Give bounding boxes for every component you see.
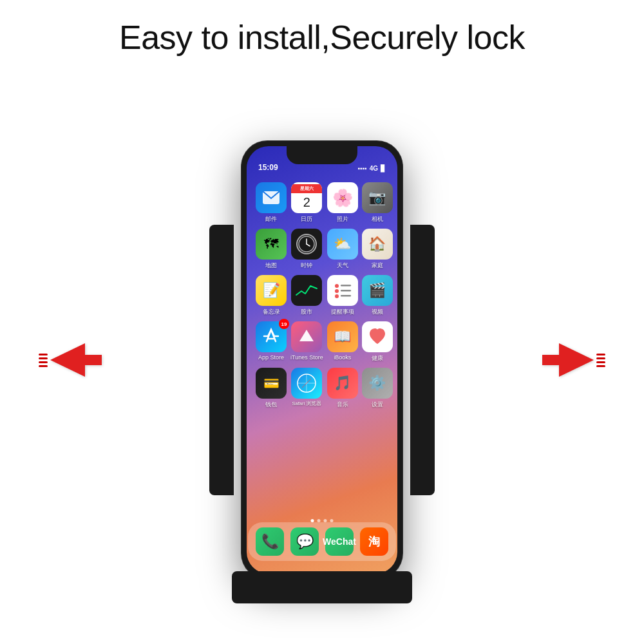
status-icons: ▪▪▪▪ 4G ▊ <box>357 165 386 172</box>
app-calendar[interactable]: 星期六 2 日历 <box>290 182 323 223</box>
app-weather-label: 天气 <box>337 261 348 270</box>
app-mail[interactable]: 邮件 <box>256 182 287 223</box>
arrow-left-icon <box>50 343 102 377</box>
app-safari[interactable]: Safari 浏览器 <box>290 368 323 409</box>
notch <box>287 146 357 164</box>
app-videos-label: 视频 <box>372 308 383 316</box>
grip-lines-left <box>39 354 48 367</box>
app-ibooks[interactable]: 📖 iBooks <box>327 321 358 363</box>
app-camera-label: 相机 <box>372 215 383 223</box>
app-appstore[interactable]: 19 App Store <box>256 321 287 363</box>
svg-marker-0 <box>50 343 102 377</box>
dock-messages[interactable]: 💬 <box>290 527 319 556</box>
app-mail-label: 邮件 <box>265 215 277 223</box>
dock-phone[interactable]: 📞 <box>256 527 284 556</box>
svg-rect-10 <box>341 295 351 297</box>
arrow-right <box>542 343 605 377</box>
app-reminders-label: 提醒事项 <box>331 308 354 316</box>
app-health-label: 健康 <box>372 354 383 363</box>
app-ibooks-label: iBooks <box>334 354 351 361</box>
app-health[interactable]: 健康 <box>362 321 393 363</box>
app-itunes[interactable]: iTunes Store <box>290 321 323 363</box>
app-settings-label: 设置 <box>372 401 383 409</box>
arrow-left <box>39 343 102 377</box>
app-notes[interactable]: 📝 备忘录 <box>256 275 287 316</box>
app-clock-label: 时钟 <box>301 261 312 270</box>
iphone-screen: 15:09 ▪▪▪▪ 4G ▊ <box>247 146 397 574</box>
app-itunes-label: iTunes Store <box>290 354 323 361</box>
grip-lines-right <box>596 354 605 367</box>
mount-holder: 15:09 ▪▪▪▪ 4G ▊ <box>229 128 415 592</box>
app-home[interactable]: 🏠 家庭 <box>362 229 393 270</box>
app-weather[interactable]: ⛅ 天气 <box>327 229 358 270</box>
app-appstore-label: App Store <box>258 354 284 361</box>
app-music[interactable]: 🎵 音乐 <box>327 368 358 409</box>
app-safari-label: Safari 浏览器 <box>292 401 322 407</box>
holder-arm-left <box>209 225 234 495</box>
dock: 📞 💬 WeChat 淘 <box>248 522 396 561</box>
app-home-label: 家庭 <box>372 261 383 270</box>
app-stocks[interactable]: 股市 <box>290 275 323 316</box>
svg-rect-6 <box>341 285 351 287</box>
app-maps[interactable]: 🗺 地图 <box>256 229 287 270</box>
app-grid: 邮件 星期六 2 日历 🌸 照片 📷 <box>247 177 397 414</box>
app-photos[interactable]: 🌸 照片 <box>327 182 358 223</box>
app-stocks-label: 股市 <box>301 308 312 316</box>
svg-point-5 <box>335 284 339 288</box>
svg-marker-18 <box>542 343 594 377</box>
app-notes-label: 备忘录 <box>263 308 280 316</box>
app-maps-label: 地图 <box>265 261 277 270</box>
app-music-label: 音乐 <box>337 401 348 409</box>
app-camera[interactable]: 📷 相机 <box>362 182 393 223</box>
status-time: 15:09 <box>258 163 278 172</box>
signal-icon: ▪▪▪▪ <box>357 165 366 172</box>
app-photos-label: 照片 <box>337 215 348 223</box>
app-wallet-label: 钱包 <box>265 401 277 409</box>
app-videos[interactable]: 🎬 视频 <box>362 275 393 316</box>
network-type: 4G <box>370 165 378 172</box>
app-reminders[interactable]: 提醒事项 <box>327 275 358 316</box>
app-settings[interactable]: ⚙️ 设置 <box>362 368 393 409</box>
svg-point-7 <box>335 289 339 293</box>
dock-wechat[interactable]: WeChat <box>325 527 354 556</box>
svg-marker-12 <box>299 330 314 341</box>
dock-taobao[interactable]: 淘 <box>360 527 388 556</box>
app-clock[interactable]: 时钟 <box>290 229 323 270</box>
svg-rect-8 <box>341 290 351 292</box>
headline: Easy to install,Securely lock <box>119 18 525 57</box>
app-wallet[interactable]: 💳 钱包 <box>256 368 287 409</box>
svg-point-9 <box>335 294 339 298</box>
holder-arm-right <box>410 225 435 495</box>
arrow-right-icon <box>542 343 594 377</box>
holder-bottom <box>232 571 412 603</box>
battery-icon: ▊ <box>381 165 386 172</box>
iphone: 15:09 ▪▪▪▪ 4G ▊ <box>242 141 402 579</box>
app-calendar-label: 日历 <box>301 215 312 223</box>
scene: 15:09 ▪▪▪▪ 4G ▊ <box>0 76 644 644</box>
